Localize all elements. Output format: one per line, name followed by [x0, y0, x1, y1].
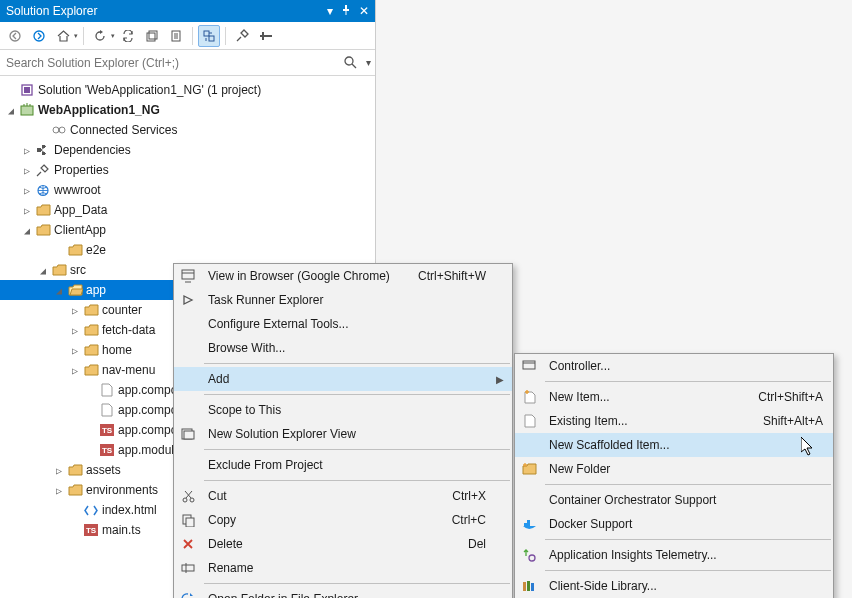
search-input[interactable] — [0, 50, 338, 75]
settings-icon[interactable] — [255, 25, 277, 47]
svg-rect-33 — [527, 520, 530, 523]
menu-delete[interactable]: DeleteDel — [174, 532, 512, 556]
svg-rect-15 — [21, 106, 33, 115]
solution-node[interactable]: Solution 'WebApplication1_NG' (1 project… — [0, 80, 375, 100]
tree-item[interactable]: ▷Properties — [0, 160, 375, 180]
preview-toggle[interactable] — [198, 25, 220, 47]
tree-item[interactable]: e2e — [0, 240, 375, 260]
svg-rect-11 — [262, 32, 264, 40]
svg-point-25 — [183, 498, 187, 502]
svg-point-17 — [59, 127, 65, 133]
pin-icon[interactable] — [341, 4, 351, 18]
title-bar: Solution Explorer ▾ ✕ — [0, 0, 375, 22]
svg-rect-24 — [184, 431, 194, 439]
menu-existing-item[interactable]: Existing Item...Shift+Alt+A — [515, 409, 833, 433]
svg-point-3 — [10, 31, 20, 41]
menu-container[interactable]: Container Orchestrator Support — [515, 488, 833, 512]
dropdown-icon[interactable]: ▾ — [327, 4, 333, 18]
file-icon — [98, 383, 116, 397]
menu-add[interactable]: Add▶ — [174, 367, 512, 391]
svg-rect-10 — [260, 35, 272, 37]
tree-item[interactable]: Connected Services — [0, 120, 375, 140]
show-all-button[interactable] — [165, 25, 187, 47]
file-icon — [98, 403, 116, 417]
menu-exclude[interactable]: Exclude From Project — [174, 453, 512, 477]
menu-new-se-view[interactable]: New Solution Explorer View — [174, 422, 512, 446]
collapse-all-button[interactable] — [141, 25, 163, 47]
svg-rect-14 — [24, 87, 30, 93]
menu-cut[interactable]: CutCtrl+X — [174, 484, 512, 508]
properties-button[interactable] — [231, 25, 253, 47]
tree-item[interactable]: ▷App_Data — [0, 200, 375, 220]
search-row: ▾ — [0, 50, 375, 76]
chevron-down-icon[interactable]: ▾ — [111, 32, 115, 40]
sync-button[interactable] — [117, 25, 139, 47]
back-button[interactable] — [4, 25, 26, 47]
ts-file-icon: TS — [98, 444, 116, 456]
svg-rect-6 — [149, 31, 157, 39]
folder-icon — [34, 204, 52, 216]
library-icon — [515, 580, 543, 592]
cut-icon — [174, 490, 202, 503]
svg-rect-8 — [204, 31, 209, 36]
chevron-down-icon[interactable]: ▾ — [74, 32, 78, 40]
close-icon[interactable]: ✕ — [359, 4, 369, 18]
menu-app-insights[interactable]: Application Insights Telemetry... — [515, 543, 833, 567]
html-file-icon — [82, 504, 100, 517]
app-insights-icon — [515, 549, 543, 562]
svg-rect-35 — [523, 582, 526, 591]
menu-new-scaffolded[interactable]: New Scaffolded Item... — [515, 433, 833, 457]
tree-item[interactable]: ▷wwwroot — [0, 180, 375, 200]
search-icon[interactable] — [338, 56, 362, 69]
menu-view-in-browser[interactable]: View in Browser (Google Chrome)Ctrl+Shif… — [174, 264, 512, 288]
ts-file-icon: TS — [98, 424, 116, 436]
menu-rename[interactable]: Rename — [174, 556, 512, 580]
tree-item[interactable]: ◢ClientApp — [0, 220, 375, 240]
menu-client-lib[interactable]: Client-Side Library... — [515, 574, 833, 598]
tree-item[interactable]: ▷Dependencies — [0, 140, 375, 160]
folder-icon — [82, 364, 100, 376]
chevron-down-icon[interactable]: ▾ — [362, 57, 375, 68]
svg-rect-32 — [527, 523, 530, 526]
copy-icon — [174, 514, 202, 527]
folder-icon — [66, 464, 84, 476]
menu-docker[interactable]: Docker Support — [515, 512, 833, 536]
menu-config-tools[interactable]: Configure External Tools... — [174, 312, 512, 336]
svg-point-34 — [529, 555, 535, 561]
svg-rect-22 — [182, 270, 194, 279]
svg-point-26 — [190, 498, 194, 502]
menu-open-folder[interactable]: Open Folder in File Explorer — [174, 587, 512, 598]
folder-icon — [82, 324, 100, 336]
folder-icon — [82, 304, 100, 316]
menu-copy[interactable]: CopyCtrl+C — [174, 508, 512, 532]
delete-icon — [174, 538, 202, 550]
svg-rect-28 — [186, 518, 194, 527]
menu-new-folder[interactable]: New Folder — [515, 457, 833, 481]
folder-icon — [66, 244, 84, 256]
svg-rect-30 — [523, 361, 535, 369]
context-menu: View in Browser (Google Chrome)Ctrl+Shif… — [173, 263, 513, 598]
home-button[interactable] — [52, 25, 74, 47]
menu-new-item[interactable]: New Item...Ctrl+Shift+A — [515, 385, 833, 409]
menu-task-runner[interactable]: Task Runner Explorer — [174, 288, 512, 312]
forward-button[interactable] — [28, 25, 50, 47]
svg-rect-9 — [209, 36, 214, 41]
folder-icon — [50, 264, 68, 276]
svg-point-4 — [34, 31, 44, 41]
rename-icon — [174, 563, 202, 573]
folder-icon — [66, 484, 84, 496]
svg-rect-36 — [527, 581, 530, 591]
project-node[interactable]: ◢WebApplication1_NG — [0, 100, 375, 120]
refresh-button[interactable] — [89, 25, 111, 47]
menu-controller[interactable]: Controller... — [515, 354, 833, 378]
svg-rect-37 — [531, 583, 534, 591]
svg-point-16 — [53, 127, 59, 133]
add-submenu: Controller... New Item...Ctrl+Shift+A Ex… — [514, 353, 834, 598]
docker-icon — [515, 519, 543, 530]
panel-title: Solution Explorer — [6, 4, 97, 18]
svg-rect-1 — [343, 9, 349, 11]
menu-browse-with[interactable]: Browse With... — [174, 336, 512, 360]
menu-scope[interactable]: Scope to This — [174, 398, 512, 422]
open-folder-icon — [174, 592, 202, 598]
ts-file-icon: TS — [82, 524, 100, 536]
